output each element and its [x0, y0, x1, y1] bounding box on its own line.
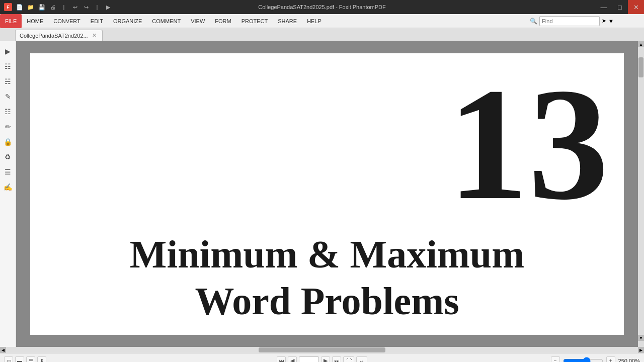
menu-edit[interactable]: EDIT	[86, 14, 108, 28]
save-icon[interactable]: 💾	[37, 3, 46, 12]
prev-page-button[interactable]: ◀	[288, 356, 297, 363]
app-icon: F	[4, 3, 12, 11]
scroll-thumb[interactable]	[638, 57, 643, 77]
menu-protect[interactable]: PROTECT	[236, 14, 273, 28]
sidebar: ▶ ☷ ☵ ✎ ☷ ✏ 🔒 ♻ ☰ ✍	[0, 41, 16, 347]
vertical-scrollbar[interactable]: ▲ ▼	[638, 41, 644, 347]
sidebar-forms[interactable]: ☰	[2, 166, 14, 178]
sidebar-stamps[interactable]: ♻	[2, 151, 14, 163]
close-button[interactable]: ✕	[628, 0, 644, 14]
menu-view[interactable]: VIEW	[186, 14, 210, 28]
bottom-left-controls: ▭ ▬ ☰ ⬍	[4, 356, 46, 363]
last-page-button[interactable]: ⏭	[332, 356, 341, 363]
menu-share[interactable]: SHARE	[273, 14, 302, 28]
first-page-button[interactable]: ⏮	[277, 356, 286, 363]
scroll-right-button[interactable]: ▶	[638, 347, 644, 353]
chapter-title-line1: Minimum & Maximum	[130, 232, 524, 276]
sidebar-sign[interactable]: ✍	[2, 181, 14, 193]
next-page-button[interactable]: ▶	[321, 356, 330, 363]
sidebar-layers[interactable]: ☵	[2, 75, 14, 87]
chapter-title-line2: Word Problems	[195, 279, 459, 323]
maximize-button[interactable]: □	[612, 0, 628, 14]
menu-bar: FILE HOME CONVERT EDIT ORGANIZE COMMENT …	[0, 14, 644, 28]
view-single-button[interactable]: ▭	[4, 356, 13, 363]
view-double-button[interactable]: ▬	[15, 356, 24, 363]
fit-page-button[interactable]: ⛶	[343, 356, 354, 363]
window-controls: — □ ✕	[596, 0, 644, 14]
tab-document[interactable]: CollegePandaSAT2nd202... ✕	[15, 30, 103, 41]
menu-comment[interactable]: COMMENT	[147, 14, 186, 28]
menu-organize[interactable]: ORGANIZE	[108, 14, 147, 28]
menu-form[interactable]: FORM	[210, 14, 236, 28]
search-submit-icon[interactable]: ➤	[602, 18, 606, 24]
view-scroll-button[interactable]: ☰	[26, 356, 35, 363]
main-layout: ▶ ☷ ☵ ✎ ☷ ✏ 🔒 ♻ ☰ ✍ 13 Minimum & Maximum…	[0, 41, 644, 347]
zoom-controls: − + 250.00%	[551, 356, 640, 363]
menu-convert[interactable]: CONVERT	[48, 14, 86, 28]
zoom-in-button[interactable]: +	[606, 356, 615, 363]
chapter-title: Minimum & Maximum Word Problems	[30, 231, 624, 325]
page-navigation: ⏮ ◀ 115 ▶ ⏭ ⛶ ↔	[277, 356, 367, 363]
tab-bar: CollegePandaSAT2nd202... ✕	[0, 28, 644, 41]
more-tools-icon[interactable]: ▶	[104, 3, 113, 12]
separator2: |	[93, 3, 102, 12]
pdf-content: 13 Minimum & Maximum Word Problems	[16, 41, 638, 347]
minimize-button[interactable]: —	[596, 0, 612, 14]
h-scroll-thumb[interactable]	[259, 347, 385, 352]
chapter-number: 13	[448, 63, 609, 224]
page-number-input[interactable]: 115	[299, 356, 319, 363]
h-scroll-track[interactable]	[6, 347, 638, 353]
redo-icon[interactable]: ↪	[82, 3, 91, 12]
search-area: 🔍 ➤ ▼	[530, 16, 614, 26]
title-bar: F 📄 📁 💾 🖨 | ↩ ↪ | ▶ CollegePandaSAT2nd20…	[0, 0, 644, 14]
new-icon[interactable]: 📄	[15, 3, 24, 12]
search-options-icon[interactable]: ▼	[608, 18, 614, 24]
print-icon[interactable]: 🖨	[48, 3, 57, 12]
undo-icon[interactable]: ↩	[70, 3, 79, 12]
quick-tools: 📄 📁 💾 🖨 | ↩ ↪ | ▶	[15, 3, 113, 12]
horizontal-scrollbar[interactable]: ◀ ▶	[0, 347, 644, 353]
search-icon: 🔍	[530, 18, 537, 25]
scroll-down-button[interactable]: ▼	[638, 335, 644, 341]
sidebar-edit-tool[interactable]: ✎	[2, 90, 14, 103]
open-icon[interactable]: 📁	[26, 3, 35, 12]
sidebar-organizer[interactable]: ☷	[2, 106, 14, 118]
zoom-level: 250.00%	[618, 358, 640, 363]
sidebar-navigation[interactable]: ▶	[2, 45, 14, 57]
zoom-out-button[interactable]: −	[551, 356, 560, 363]
sidebar-security[interactable]: 🔒	[2, 136, 14, 148]
zoom-slider[interactable]	[563, 357, 603, 363]
view-fit-button[interactable]: ⬍	[37, 356, 46, 363]
scroll-up-button[interactable]: ▲	[638, 41, 644, 47]
menu-home[interactable]: HOME	[22, 14, 48, 28]
fit-width-button[interactable]: ↔	[356, 356, 367, 363]
scroll-left-button[interactable]: ◀	[0, 347, 6, 353]
close-tab-button[interactable]: ✕	[91, 32, 98, 39]
window-title: CollegePandaSAT2nd2025.pdf - Foxit Phant…	[258, 4, 386, 10]
sidebar-pages[interactable]: ☷	[2, 60, 14, 72]
separator: |	[59, 3, 68, 12]
bottom-bar: ▭ ▬ ☰ ⬍ ⏮ ◀ 115 ▶ ⏭ ⛶ ↔ − + 250.00%	[0, 353, 644, 362]
sidebar-annotation[interactable]: ✏	[2, 121, 14, 133]
menu-help[interactable]: HELP	[302, 14, 327, 28]
pdf-page: 13 Minimum & Maximum Word Problems	[30, 53, 624, 335]
tab-label: CollegePandaSAT2nd202...	[20, 33, 88, 39]
menu-file[interactable]: FILE	[0, 14, 22, 28]
search-input[interactable]	[539, 16, 600, 26]
